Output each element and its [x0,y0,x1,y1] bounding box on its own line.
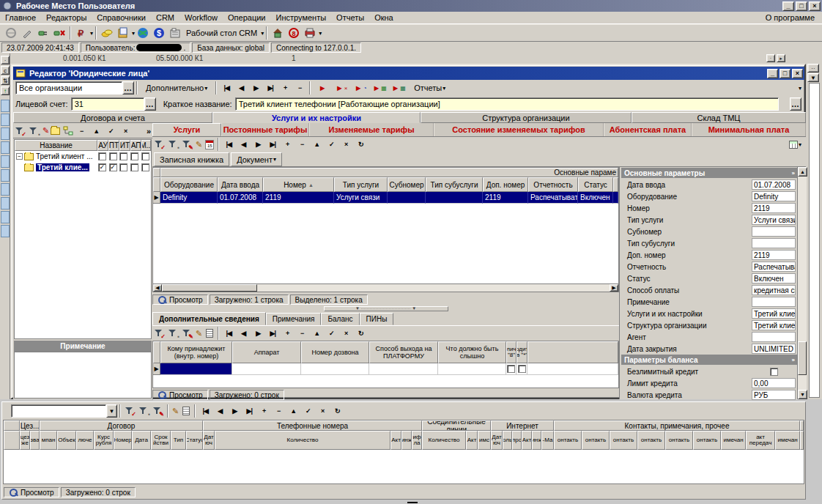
scroll-left-button[interactable]: ◀ [153,284,162,292]
scroll-thumb[interactable] [798,341,807,375]
param-field[interactable]: Definity [752,191,796,201]
cell[interactable] [426,192,483,204]
subtab-1[interactable]: Услуги [152,123,221,136]
checkbox[interactable] [119,163,127,171]
filter-accept-icon[interactable]: ✓ [125,406,136,416]
toolbar-overflow-icon[interactable]: ▾ [799,85,801,92]
collapse-chevron-icon[interactable]: » [792,357,795,363]
column-header[interactable]: акт передач [746,431,775,450]
notes-area[interactable] [14,352,152,399]
tab-2[interactable]: Услуги и их настройки [212,112,421,123]
column-header[interactable]: Номер [114,431,132,450]
pen-icon[interactable]: ✎ [196,140,202,149]
first-icon[interactable]: |◀ [221,327,236,340]
column-header[interactable]: инж [401,431,412,450]
column-header[interactable]: Номер дозвона [301,341,369,363]
checkbox[interactable] [141,152,149,160]
tree-checkbox-cell[interactable] [140,163,151,171]
details-data-row[interactable]: ▶ [153,363,618,375]
tree-row-name[interactable]: Третий клие... [15,163,97,171]
add-icon[interactable]: + [278,81,292,94]
tree-column-header[interactable]: ИТ [119,140,130,151]
dropdown-arrow-icon[interactable]: ▾ [443,85,445,92]
column-header[interactable]: Дат юч [491,431,503,450]
checkbox[interactable] [130,152,138,160]
grid-view-icon[interactable] [789,141,798,149]
menu-item-4[interactable]: Workflow [179,12,223,23]
tab-4[interactable]: Склад ТМЦ [632,112,806,123]
column-header[interactable]: Курс рубля [94,431,114,450]
services-button-1[interactable]: Записная книжка [154,152,229,166]
services-data-row[interactable]: ▶Definity01.07.20082119Услуги связи2119Р… [153,192,618,204]
crm-desktop-label[interactable]: Рабочий стол CRM [183,29,260,37]
details-tab-2[interactable]: Примечания [266,313,322,325]
column-header[interactable]: Тип [171,431,186,450]
column-header[interactable]: лич "8" [506,341,516,363]
notebook-icon[interactable] [117,27,129,39]
more-button[interactable]: Дополнительно▾ [140,81,213,95]
refresh-icon[interactable]: ↻ [353,327,368,340]
column-header[interactable]: онтакть [665,431,693,450]
tab-3[interactable]: Структура организации [421,112,632,123]
filter-box-icon[interactable]: ▪ [168,139,179,149]
pen-icon[interactable]: ✎ [196,329,202,338]
subtab-5[interactable]: Абонентская плата [604,123,692,136]
param-field[interactable]: 0,00 [752,378,796,388]
ruble-icon[interactable]: ₽ [75,27,87,39]
cell[interactable] [232,363,301,375]
menu-item-3[interactable]: CRM [151,12,179,23]
dock-more-button[interactable]: ·· [807,64,819,73]
services-hscrollbar[interactable]: ◀▶ [152,284,619,292]
group-header[interactable]: Цез... [20,420,40,431]
add-icon[interactable]: + [280,138,295,151]
dock-tab-cell[interactable] [1,141,10,154]
home-button[interactable] [270,26,286,40]
column-header[interactable]: Дат юч [203,431,215,450]
apply-icon[interactable]: ► [313,81,332,94]
short-name-field[interactable]: Третий клиент телефонии [Работающие орга… [235,97,779,111]
column-header[interactable]: Срок йстви [151,431,171,450]
next-icon[interactable]: ▶ [248,81,263,94]
checkbox[interactable] [507,365,515,373]
apply-user-icon[interactable]: ►◔ [351,81,370,94]
printer-button[interactable] [302,26,318,40]
column-header[interactable]: онтакть [693,431,721,450]
tree-checkbox-cell[interactable] [97,152,108,160]
disconnect-button[interactable] [51,26,67,40]
cancel-icon[interactable]: × [118,125,133,138]
column-header[interactable]: Способ выхода на ПЛАТФОРМУ [369,341,438,363]
filter-accept-icon[interactable]: ✓ [154,139,165,149]
menu-item-5[interactable]: Операции [223,12,270,23]
column-header[interactable]: Тип услуги [334,177,388,192]
view-mode-button[interactable]: Просмотр [152,294,208,305]
dock-scroll-area[interactable] [809,83,820,398]
subtab-2[interactable]: Постоянные тарифы [221,123,309,136]
chevron-overflow-icon[interactable]: » [147,127,151,136]
checkbox[interactable] [518,365,526,373]
refresh-icon[interactable]: ↻ [353,138,368,151]
account-browse-button[interactable]: … [144,97,156,111]
connect-button[interactable] [35,26,51,40]
cell[interactable] [506,363,516,375]
column-header[interactable]: Доп. номер [483,177,528,192]
checkbox[interactable] [141,163,149,171]
tree-checkbox-cell[interactable] [140,152,151,160]
tree-column-header[interactable]: Название [15,140,97,151]
filter-accept-icon[interactable]: ✓ [15,126,26,136]
accept-icon[interactable]: ✓ [103,125,118,138]
next-icon[interactable]: ▶ [251,327,265,340]
column-header[interactable]: цез же [20,431,30,450]
prev-icon[interactable]: ◀ [212,404,227,418]
last-icon[interactable]: ▶| [242,404,256,418]
reports-button[interactable]: Отчеты▾ [408,81,451,95]
next-icon[interactable]: ▶ [251,138,265,151]
param-field[interactable]: кредитная сис [752,285,796,295]
dock-tab-cell[interactable] [1,169,10,182]
tree-checkbox-cell[interactable] [118,163,129,171]
delete-icon[interactable]: − [295,138,309,151]
column-header[interactable]: люче [76,431,94,450]
ruble-button[interactable]: ₽ [73,26,89,40]
accept-icon[interactable]: ✓ [324,138,338,151]
column-header[interactable]: иф ла [412,431,422,450]
cell[interactable] [369,363,438,375]
